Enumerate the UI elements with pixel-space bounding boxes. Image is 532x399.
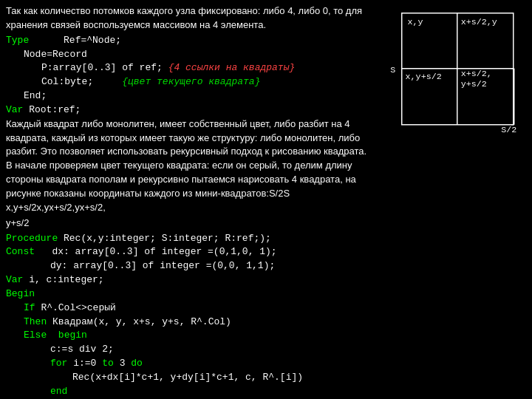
desc-text: Каждый квадрат либо монолитен, имеет соб… [6,117,374,215]
node-record-line: Node=Record [24,48,374,62]
svg-text:S/2: S/2 [501,125,516,135]
type-line: Type Ref=^Node; [6,34,374,48]
end-for-line: end [50,385,374,399]
col-byte-line: Col:byte; {цвет текущего квадрата} [41,75,374,89]
main-container: Так как количество потомков каждого узла… [0,0,532,399]
type-keyword: Type [6,35,29,46]
then-line: Then Квадрам(x, y, x+s, y+s, R^.Col) [24,316,374,330]
const-keyword: Const [6,246,35,257]
var-i-line: Var i, c:integer; [6,273,374,287]
intro-text: Так как количество потомков каждого узла… [6,4,374,33]
for-keyword: for [50,358,67,369]
type-block: Type Ref=^Node; Node=Record P:array[0..3… [6,34,374,117]
procedure-keyword: Procedure [6,233,58,244]
c-line: c:=s div 2; [50,343,374,357]
else-keyword: Else [24,330,47,341]
if-keyword: If [24,302,35,313]
svg-text:x,y+s/2: x,y+s/2 [406,72,442,82]
svg-text:S: S [390,65,395,75]
p-comment: {4 ссылки на квадраты} [168,62,296,73]
svg-text:x+s/2,y: x+s/2,y [461,17,497,27]
text-area: Так как количество потомков каждого узла… [6,4,378,395]
begin2-keyword: begin [58,330,87,341]
diagram-area: x,y x+s/2,y S x,y+s/2 x+s/2, y+s/2 S/2 [378,4,526,395]
var-keyword: Var [6,104,23,115]
end-for-keyword: end [50,386,67,397]
if-line: If R^.Col<>серый [24,301,374,316]
ref-line: Ref=^Node; [35,35,121,46]
to-keyword: to [102,358,114,369]
procedure-line: Procedure Rec(x,y:integer; S:integer; R:… [6,232,374,246]
do-keyword: do [131,358,143,369]
var-i-keyword: Var [6,274,23,285]
rec-call-line: Rec(x+dx[i]*c+1, y+dy[i]*c+1, c, R^.[i]) [72,371,374,385]
svg-text:y+s/2: y+s/2 [461,79,487,89]
end-record-line: End; [24,89,374,103]
dy-line: dy: array[0..3] of integer =(0,0, 1,1); [50,259,374,273]
begin-keyword: Begin [6,288,35,299]
p-array-line: P:array[0..3] of ref; {4 ссылки на квадр… [41,61,374,75]
col-comment: {цвет текущего квадрата} [122,76,260,87]
desc-text2: y+s/2 [6,216,374,231]
const-line: Const dx: array[0..3] of integer =(0,1,0… [6,245,374,259]
diagram-svg: x,y x+s/2,y S x,y+s/2 x+s/2, y+s/2 S/2 [378,6,522,146]
for-line: for i:=0 to 3 do [50,357,374,371]
svg-text:x+s/2,: x+s/2, [461,69,492,79]
else-line: Else begin [24,329,374,343]
procedure-block: Procedure Rec(x,y:integer; S:integer; R:… [6,232,374,400]
then-keyword: Then [24,316,47,327]
begin-line: Begin [6,287,374,301]
var-line: Var Root:ref; [6,103,374,117]
svg-text:x,y: x,y [408,17,423,27]
